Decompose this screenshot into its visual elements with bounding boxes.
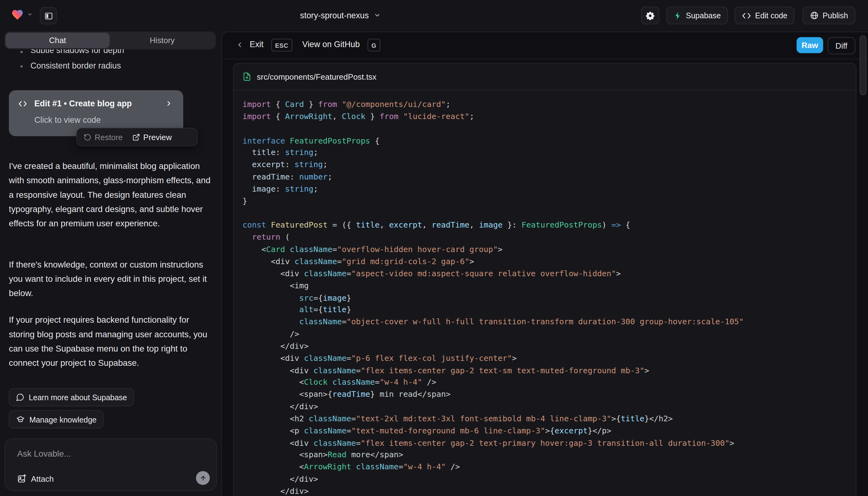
code-line: import { Card } from "@/components/ui/ca… (243, 98, 847, 111)
graduation-cap-icon (16, 415, 25, 423)
code-line: <h2 className="text-2xl md:text-3xl font… (243, 413, 847, 425)
project-name: story-sprout-nexus (300, 11, 369, 20)
exit-button[interactable]: Exit (250, 40, 264, 49)
chevron-right-icon (165, 99, 173, 107)
code-line: </div> (243, 340, 847, 353)
tab-chat[interactable]: Chat (5, 33, 110, 48)
publish-button[interactable]: Publish (803, 6, 855, 24)
panel-left-icon (44, 12, 53, 20)
code-line: } (243, 195, 847, 207)
list-bullet (20, 51, 22, 53)
attach-button-label: Attach (31, 474, 53, 483)
send-button[interactable] (196, 471, 210, 485)
lovable-logo-menu[interactable] (11, 9, 33, 20)
code-line: image: string; (243, 183, 847, 195)
settings-button[interactable] (641, 6, 660, 24)
code-line: <Clock className="w-4 h-4" /> (243, 377, 847, 389)
code-line: <div className="flex items-center gap-2 … (243, 437, 847, 449)
preview-button[interactable]: Preview (132, 133, 172, 142)
tab-history-label: History (150, 36, 175, 45)
edit-card-title: Edit #1 • Create blog app (34, 98, 132, 108)
code-line: const FeaturedPost = ({ title, excerpt, … (243, 219, 847, 232)
external-link-icon (132, 133, 140, 141)
version-hover-toolbar: Restore Preview (76, 128, 198, 146)
code-line: src={image} (243, 292, 847, 304)
chevron-down-icon (374, 12, 381, 19)
chat-message-paragraph: If there's knowledge, context or custom … (9, 257, 215, 300)
attach-button[interactable]: Attach (17, 474, 53, 483)
supabase-button-label: Supabase (686, 11, 721, 20)
edit-card-subtitle: Click to view code (34, 115, 101, 124)
code-line: <span>Read more</span> (243, 449, 847, 461)
header-divider (222, 59, 868, 59)
supabase-button[interactable]: Supabase (666, 6, 728, 24)
arrow-up-icon (200, 475, 206, 481)
code-line (243, 123, 847, 135)
code-line: <div className="grid md:grid-cols-2 gap-… (243, 256, 847, 268)
restore-button-label: Restore (95, 133, 123, 142)
restore-button[interactable]: Restore (84, 133, 123, 142)
globe-icon (810, 11, 819, 20)
lovable-heart-logo-icon (11, 9, 24, 20)
code-line: alt={title} (243, 304, 847, 316)
tab-history[interactable]: History (110, 32, 215, 49)
code-brackets-icon (742, 12, 751, 19)
code-line: <div className="aspect-video md:aspect-s… (243, 268, 847, 280)
code-line: excerpt: string; (243, 159, 847, 171)
lovable-app-window: story-sprout-nexus Supabase Edit code Pu… (0, 0, 868, 496)
chat-message-paragraph: I've created a beautiful, minimalist blo… (9, 159, 215, 231)
code-file-card: src/components/FeaturedPost.tsx import {… (233, 63, 856, 496)
message-bubble-icon (16, 393, 25, 401)
supabase-bolt-icon (673, 12, 682, 20)
edit-code-button-label: Edit code (755, 11, 787, 20)
gear-icon (646, 11, 655, 20)
raw-tab-label: Raw (802, 41, 818, 50)
code-line: <img (243, 280, 847, 292)
code-line: <p className="text-muted-foreground mb-6… (243, 425, 847, 437)
esc-key-badge: ESC (271, 39, 292, 51)
code-line: /> (243, 328, 847, 340)
edit-code-button[interactable]: Edit code (735, 6, 795, 24)
file-plus-icon (243, 72, 251, 81)
sidebar-toggle-button[interactable] (40, 7, 57, 24)
code-line: <Card className="overflow-hidden hover-c… (243, 244, 847, 256)
restore-icon (84, 133, 91, 141)
code-content[interactable]: import { Card } from "@/components/ui/ca… (234, 90, 856, 496)
code-line: return ( (243, 232, 847, 244)
code-line: readTime: number; (243, 171, 847, 183)
tab-chat-label: Chat (49, 36, 66, 45)
manage-knowledge-button[interactable]: Manage knowledge (9, 410, 104, 429)
chevron-left-icon[interactable] (236, 41, 244, 49)
code-line: interface FeaturedPostProps { (243, 135, 847, 147)
code-line: <div className="flex items-center gap-2 … (243, 365, 847, 377)
chat-composer[interactable]: Ask Lovable... Attach (4, 438, 217, 491)
learn-supabase-button[interactable]: Learn more about Supabase (9, 388, 134, 406)
file-header: src/components/FeaturedPost.tsx (234, 64, 856, 90)
file-path: src/components/FeaturedPost.tsx (257, 72, 377, 81)
project-switcher[interactable]: story-sprout-nexus (300, 0, 381, 30)
preview-button-label: Preview (143, 133, 172, 142)
view-on-github-link[interactable]: View on GitHub (302, 40, 360, 49)
diff-tab-label: Diff (835, 41, 847, 50)
code-brackets-icon (18, 100, 27, 107)
code-line: </div> (243, 474, 847, 485)
raw-tab-button[interactable]: Raw (797, 37, 823, 53)
code-line: import { ArrowRight, Clock } from "lucid… (243, 111, 847, 123)
scrollbar-thumb[interactable] (859, 35, 866, 95)
chat-message-paragraph: If your project requires backend functio… (9, 313, 215, 370)
chat-history-tabbar: Chat History (4, 32, 216, 49)
list-item: Consistent border radius (30, 61, 121, 70)
code-line: <span>{readTime} min read</span> (243, 389, 847, 401)
code-line (243, 207, 847, 219)
manage-knowledge-label: Manage knowledge (29, 415, 97, 424)
code-line: title: string; (243, 147, 847, 159)
code-line: </div> (243, 401, 847, 413)
g-key-badge: G (368, 39, 381, 51)
learn-supabase-label: Learn more about Supabase (29, 393, 127, 402)
list-bullet (20, 65, 22, 67)
code-line: <div className="p-6 flex flex-col justif… (243, 353, 847, 365)
publish-button-label: Publish (823, 11, 848, 20)
code-line: </div> (243, 485, 847, 496)
composer-placeholder: Ask Lovable... (17, 449, 71, 459)
diff-tab-button[interactable]: Diff (828, 37, 855, 54)
